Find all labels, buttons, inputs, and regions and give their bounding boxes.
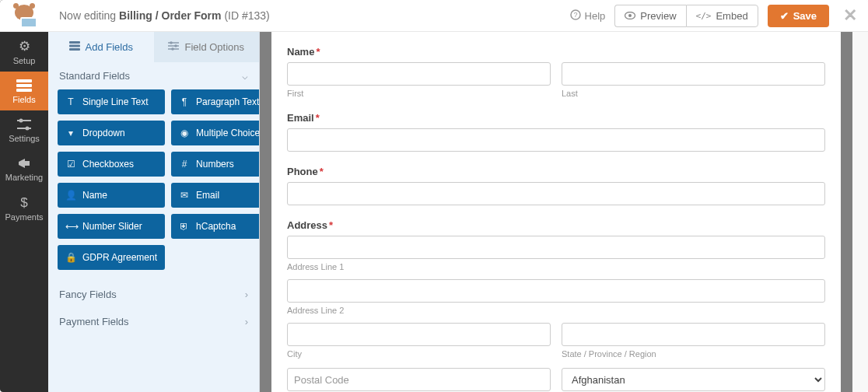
field-number-slider[interactable]: ⟷Number Slider — [58, 214, 165, 239]
close-icon[interactable]: ✕ — [843, 5, 857, 26]
nav-label: Settings — [9, 134, 40, 143]
chip-label: Numbers — [196, 159, 234, 170]
form-id: (ID #133) — [222, 9, 270, 22]
sublabel: Address Line 1 — [287, 262, 825, 271]
checkbox-icon: ☑ — [65, 159, 76, 170]
last-name-input[interactable] — [562, 62, 825, 86]
preview-label: Preview — [640, 10, 676, 22]
field-label: Name* — [287, 46, 825, 58]
country-select[interactable]: Afghanistan — [562, 368, 825, 391]
label-text: Email — [287, 112, 314, 124]
dropdown-icon: ▾ — [65, 128, 76, 138]
field-email[interactable]: ✉Email — [171, 183, 260, 208]
svg-point-6 — [26, 127, 30, 131]
svg-rect-14 — [69, 45, 80, 47]
form-field-phone[interactable]: Phone* — [287, 166, 825, 205]
nav-fields[interactable]: Fields — [0, 72, 48, 110]
nav-label: Payments — [5, 212, 44, 222]
nav-payments[interactable]: $ Payments — [0, 188, 48, 228]
main-nav: ⚙ Setup Fields Settings Marketing $ Paym… — [0, 0, 48, 392]
form-canvas[interactable]: Name* First Last Email* Phone* — [260, 32, 852, 392]
gear-icon: ⚙ — [19, 40, 30, 53]
phone-input[interactable] — [287, 182, 825, 205]
check-icon: ✔ — [780, 10, 789, 22]
email-input[interactable] — [287, 128, 825, 152]
help-icon: ? — [570, 9, 581, 23]
preview-button[interactable]: Preview — [614, 5, 685, 27]
chip-label: GDPR Agreement — [82, 252, 157, 263]
editing-title: Now editing Billing / Order Form (ID #13… — [59, 9, 270, 22]
address-line1-input[interactable] — [287, 236, 825, 259]
fields-panel: Add Fields Field Options Standard Fields… — [48, 32, 260, 392]
form-field-email[interactable]: Email* — [287, 112, 825, 152]
form-name: Billing / Order Form — [119, 9, 221, 22]
tab-label: Add Fields — [86, 41, 133, 53]
field-hcaptcha[interactable]: ⛨hCaptcha — [171, 214, 260, 239]
sliders-icon — [17, 118, 31, 131]
paragraph-icon: ¶ — [179, 96, 190, 107]
nav-marketing[interactable]: Marketing — [0, 149, 48, 188]
chevron-down-icon: ⌵ — [242, 70, 248, 82]
state-input[interactable] — [562, 323, 825, 346]
city-input[interactable] — [287, 323, 551, 346]
chip-label: Dropdown — [82, 128, 125, 138]
field-name[interactable]: 👤Name — [58, 183, 165, 208]
section-label: Payment Fields — [59, 316, 129, 327]
field-dropdown[interactable]: ▾Dropdown — [58, 121, 165, 145]
nav-settings[interactable]: Settings — [0, 110, 48, 149]
embed-button[interactable]: </> Embed — [686, 5, 758, 27]
nav-label: Setup — [13, 56, 36, 65]
address-line2-input[interactable] — [287, 279, 825, 303]
svg-rect-0 — [16, 79, 32, 82]
section-label: Fancy Fields — [59, 289, 117, 300]
svg-rect-13 — [69, 41, 80, 44]
help-link[interactable]: ? Help — [570, 9, 606, 23]
lock-icon: 🔒 — [65, 252, 76, 263]
fields-icon — [16, 79, 32, 92]
form-field-address[interactable]: Address* Address Line 1 Address Line 2 C… — [287, 219, 825, 392]
field-numbers[interactable]: #Numbers — [171, 152, 260, 177]
tab-field-options[interactable]: Field Options — [154, 32, 260, 62]
chip-label: Number Slider — [82, 221, 142, 232]
section-payment-fields[interactable]: Payment Fields › — [48, 308, 259, 335]
save-button[interactable]: ✔ Save — [768, 5, 829, 27]
save-label: Save — [793, 10, 817, 22]
chip-label: Single Line Text — [82, 96, 149, 107]
chip-label: Checkboxes — [82, 159, 134, 170]
chip-label: hCaptcha — [196, 221, 236, 232]
svg-point-4 — [19, 119, 23, 123]
radio-icon: ◉ — [179, 128, 190, 138]
app-logo[interactable] — [0, 0, 48, 32]
label-text: Address — [287, 219, 327, 231]
first-name-input[interactable] — [287, 62, 551, 86]
mail-icon: ✉ — [179, 190, 190, 201]
options-icon — [168, 41, 179, 53]
field-checkboxes[interactable]: ☑Checkboxes — [58, 152, 165, 177]
svg-point-19 — [175, 44, 178, 47]
section-standard-fields[interactable]: Standard Fields ⌵ — [48, 62, 259, 89]
sublabel: Last — [562, 89, 825, 98]
required-asterisk: * — [316, 46, 320, 58]
field-multiple-choice[interactable]: ◉Multiple Choice — [171, 121, 260, 145]
svg-rect-1 — [16, 84, 32, 87]
tab-add-fields[interactable]: Add Fields — [48, 32, 154, 62]
field-single-line-text[interactable]: TSingle Line Text — [58, 89, 165, 114]
svg-marker-7 — [19, 159, 25, 168]
eye-icon — [625, 10, 635, 22]
section-fancy-fields[interactable]: Fancy Fields › — [48, 281, 259, 308]
standard-fields-grid: TSingle Line Text ¶Paragraph Text ▾Dropd… — [48, 89, 259, 281]
form-preview[interactable]: Name* First Last Email* Phone* — [271, 32, 841, 392]
sublabel: State / Province / Region — [562, 349, 825, 359]
nav-label: Fields — [12, 95, 35, 104]
postal-input[interactable] — [287, 368, 551, 391]
nav-setup[interactable]: ⚙ Setup — [0, 32, 48, 72]
shield-icon: ⛨ — [179, 221, 190, 232]
field-label: Email* — [287, 112, 825, 124]
sublabel: Address Line 2 — [287, 306, 825, 315]
label-text: Phone — [287, 166, 318, 177]
form-field-name[interactable]: Name* First Last — [287, 46, 825, 98]
bear-logo-icon — [10, 5, 38, 26]
field-gdpr[interactable]: 🔒GDPR Agreement — [58, 245, 165, 270]
field-paragraph-text[interactable]: ¶Paragraph Text — [171, 89, 260, 114]
sublabel: City — [287, 349, 551, 359]
